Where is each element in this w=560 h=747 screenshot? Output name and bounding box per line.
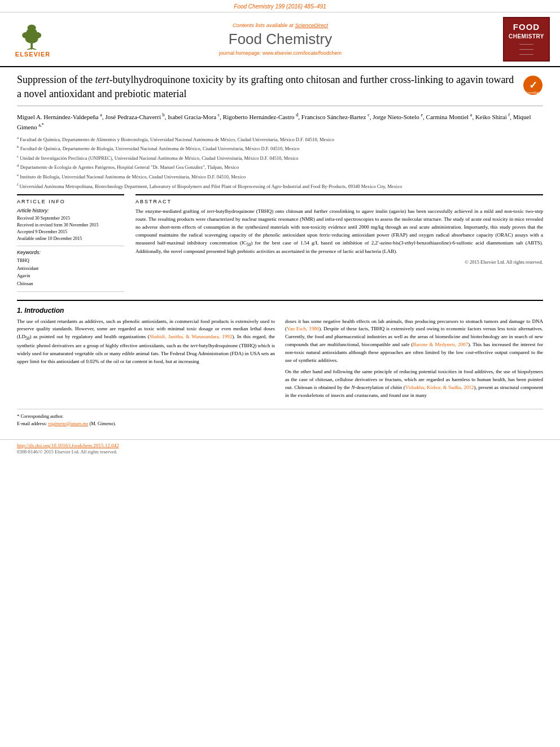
svg-text:CrossMark: CrossMark xyxy=(526,91,540,94)
corresponding-author: * Corresponding author. xyxy=(17,413,543,420)
available-date: Available online 10 December 2015 xyxy=(17,235,124,242)
food-chem-box: FOOD CHEMISTRY ─────────────── xyxy=(503,17,550,62)
keywords-box: Keywords: TBHQ Antioxidant Agavin Chitos… xyxy=(17,250,124,287)
article-info-heading: ARTICLE INFO xyxy=(17,199,124,204)
intro-right-p1: doses it has some negative health effect… xyxy=(285,318,543,365)
ref-barone: Barone & Medynets, 2007 xyxy=(413,342,468,347)
doi-link[interactable]: http://dx.doi.org/10.1016/j.foodchem.201… xyxy=(17,443,119,448)
accepted-date: Accepted 9 December 2015 xyxy=(17,229,124,235)
copyright-text: © 2015 Elsevier Ltd. All rights reserved… xyxy=(135,259,543,265)
title-italic: tert xyxy=(95,74,110,85)
email-prefix: E-mail address: xyxy=(17,421,48,426)
article-title-section: Suppression of the tert-butylhydroquinon… xyxy=(17,73,543,106)
body-content: 1. Introduction The use of oxidant retar… xyxy=(17,300,543,427)
keyword-antioxidant: Antioxidant xyxy=(17,265,124,273)
homepage-url[interactable]: www.elsevier.com/locate/foodchem xyxy=(262,50,342,56)
svg-text:✓: ✓ xyxy=(529,80,537,91)
abstract-box: ABSTRACT The enzyme-mediated grafting of… xyxy=(135,194,543,268)
svg-line-6 xyxy=(23,49,31,50)
email-line: E-mail address: rogimeno@unam.mx (M. Gim… xyxy=(17,420,543,427)
crossmark-icon: ✓ CrossMark xyxy=(523,75,543,95)
elsevier-logo: ELSEVIER xyxy=(5,20,61,58)
intro-right-p2: On the other hand and following the same… xyxy=(285,368,543,400)
elsevier-label: ELSEVIER xyxy=(15,51,50,58)
authors-section: Miguel A. Hernández-Valdepeña a, José Pe… xyxy=(17,112,543,133)
top-bar: Food Chemistry 199 (2016) 485–491 xyxy=(0,0,560,12)
citation-text: Food Chemistry 199 (2016) 485–491 xyxy=(234,3,326,10)
article-title: Suppression of the tert-butylhydroquinon… xyxy=(17,73,515,101)
affiliation-c: c Unidad de Investigación Preclínica (UN… xyxy=(17,154,543,162)
journal-header: ELSEVIER Contents lists available at Sci… xyxy=(0,12,560,67)
abstract-body: The enzyme-mediated grafting of tert-but… xyxy=(135,208,543,254)
svg-line-7 xyxy=(32,49,40,50)
body-col-left: The use of oxidant retardants as additiv… xyxy=(17,318,275,403)
page: Food Chemistry 199 (2016) 485–491 ELSEVI… xyxy=(0,0,560,747)
chemistry-label: CHEMISTRY xyxy=(509,33,544,40)
affiliation-a: a Facultad de Química, Departamento de A… xyxy=(17,135,543,143)
info-abstract-section: ARTICLE INFO Article history: Received 3… xyxy=(17,194,543,291)
issn-text: 0308-8146/© 2015 Elsevier Ltd. All right… xyxy=(17,449,117,455)
affiliation-f: f Universidad Autónoma Metropolitana, Bi… xyxy=(17,182,543,190)
keyword-chitosan: Chitosan xyxy=(17,280,124,288)
main-content: Suppression of the tert-butylhydroquinon… xyxy=(0,67,560,433)
sciencedirect-link[interactable]: ScienceDirect xyxy=(295,22,328,28)
history-label: Article history: xyxy=(17,208,124,213)
ref-vishakha: Vishakha, Kishor, & Sudha, 2012 xyxy=(405,385,474,390)
email-name: (M. Gimeno). xyxy=(89,421,116,426)
bottom-bar: http://dx.doi.org/10.1016/j.foodchem.201… xyxy=(0,439,560,457)
article-info-col: ARTICLE INFO Article history: Received 3… xyxy=(17,194,124,291)
intro-left-p1: The use of oxidant retardants as additiv… xyxy=(17,318,275,366)
ref-vanesch: Van Esch, 1986 xyxy=(287,326,319,331)
article-history: Article history: Received 30 September 2… xyxy=(17,208,124,246)
footnote-area: * Corresponding author. E-mail address: … xyxy=(17,409,543,427)
intro-number: 1. xyxy=(17,307,23,314)
author-email[interactable]: rogimeno@unam.mx xyxy=(48,421,88,426)
article-title-text: Suppression of the tert-butylhydroquinon… xyxy=(17,73,515,101)
journal-center: Contents lists available at ScienceDirec… xyxy=(61,22,500,56)
affiliation-d: d Departamento de Ecología de Agentes Pa… xyxy=(17,163,543,171)
food-chem-logo: FOOD CHEMISTRY ─────────────── xyxy=(500,17,553,62)
authors-list: Miguel A. Hernández-Valdepeña a, José Pe… xyxy=(17,113,531,130)
sciencedirect-line: Contents lists available at ScienceDirec… xyxy=(61,22,500,28)
title-part1: Suppression of the xyxy=(17,74,95,85)
elsevier-tree-icon xyxy=(15,20,51,50)
food-chem-sublines: ─────────────── xyxy=(509,42,544,57)
affiliation-e: e Instituto de Biología, Universidad Nac… xyxy=(17,172,543,181)
abstract-heading: ABSTRACT xyxy=(135,199,543,204)
keyword-agavin: Agavin xyxy=(17,272,124,280)
revised-date: Received in revised form 30 November 201… xyxy=(17,222,124,229)
homepage-prefix: journal homepage: xyxy=(219,50,262,56)
affiliations-section: a Facultad de Química, Departamento de A… xyxy=(17,135,543,190)
homepage-line: journal homepage: www.elsevier.com/locat… xyxy=(61,50,500,56)
body-col-right: doses it has some negative health effect… xyxy=(285,318,543,403)
keyword-tbhq: TBHQ xyxy=(17,257,124,265)
keywords-label: Keywords: xyxy=(17,250,124,255)
intro-title: Introduction xyxy=(24,307,64,314)
body-two-col: The use of oxidant retardants as additiv… xyxy=(17,318,543,403)
sciencedirect-prefix: Contents lists available at xyxy=(233,22,295,28)
abstract-col: ABSTRACT The enzyme-mediated grafting of… xyxy=(135,194,543,291)
crossmark-area: ✓ CrossMark xyxy=(515,73,543,95)
journal-title: Food Chemistry xyxy=(61,30,500,48)
food-label: FOOD xyxy=(509,21,544,33)
article-info-box: ARTICLE INFO Article history: Received 3… xyxy=(17,194,124,291)
abstract-text: The enzyme-mediated grafting of tert-but… xyxy=(135,208,543,256)
affiliation-b: b Facultad de Química, Departamento de B… xyxy=(17,144,543,152)
ref-shahidi: Shahidi, Janitha, & Wanasundara, 1992 xyxy=(150,334,233,339)
corresponding-label: * Corresponding author. xyxy=(17,413,63,419)
svg-point-5 xyxy=(27,25,36,31)
intro-section-title: 1. Introduction xyxy=(17,307,543,314)
received-date: Received 30 September 2015 xyxy=(17,215,124,222)
